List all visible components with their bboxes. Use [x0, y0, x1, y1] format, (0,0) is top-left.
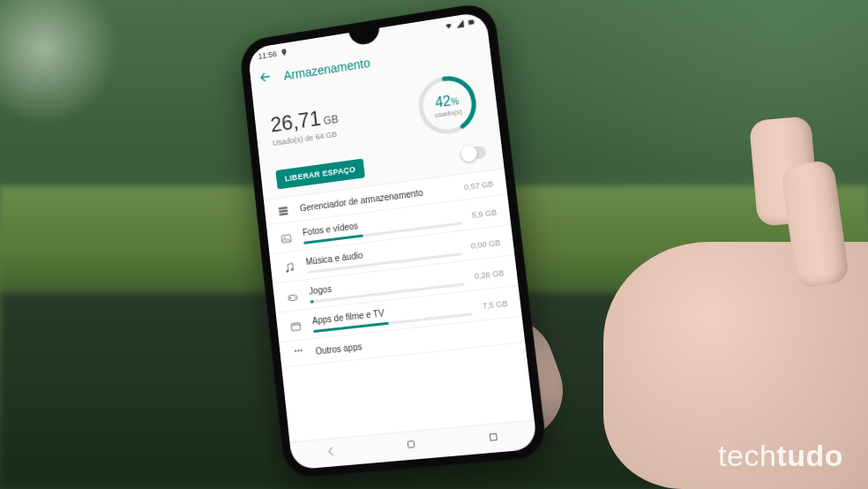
nav-back-icon[interactable]	[324, 444, 337, 461]
back-arrow-icon[interactable]	[258, 69, 273, 87]
svg-rect-0	[468, 19, 474, 25]
svg-rect-5	[279, 209, 288, 213]
row-size: 5,9 GB	[471, 207, 497, 220]
svg-point-13	[296, 297, 296, 297]
row-size: 7,5 GB	[482, 298, 508, 310]
row-size: 0,00 GB	[470, 237, 501, 250]
battery-icon	[467, 17, 476, 28]
svg-point-15	[295, 350, 296, 352]
storage-category-list: Gerenciador de armazenamento 0,57 GB Fot…	[264, 168, 535, 441]
svg-point-12	[294, 296, 295, 297]
apps-icon	[291, 347, 306, 360]
photos-icon	[279, 231, 294, 245]
percent-symbol: %	[450, 96, 459, 107]
nav-home-icon[interactable]	[404, 437, 418, 454]
signal-icon	[455, 19, 465, 30]
used-storage-value: 26,71	[269, 106, 322, 136]
page-title: Armazenamento	[283, 56, 371, 83]
svg-rect-6	[280, 213, 288, 216]
used-storage-unit: GB	[323, 113, 339, 127]
row-size: 0,26 GB	[474, 268, 505, 281]
movies-icon	[288, 320, 303, 333]
percent-value: 42	[434, 93, 452, 109]
svg-rect-18	[408, 440, 415, 448]
wifi-icon	[444, 20, 453, 32]
row-size: 0,57 GB	[464, 179, 494, 192]
smartphone: 11:56 Armazenamento 26,71GB U	[238, 1, 548, 479]
svg-rect-4	[279, 207, 288, 210]
nav-recent-icon[interactable]	[487, 430, 501, 448]
svg-rect-19	[490, 433, 498, 440]
storage-manager-toggle[interactable]	[460, 146, 487, 162]
svg-rect-7	[281, 234, 291, 242]
music-icon	[282, 260, 297, 275]
svg-point-17	[300, 350, 302, 352]
games-icon	[285, 290, 300, 304]
status-time: 11:56	[258, 49, 277, 61]
svg-point-16	[297, 350, 299, 352]
watermark: techtudo	[718, 439, 843, 473]
usage-ring-chart: 42% usado(s)	[411, 68, 483, 142]
svg-point-8	[284, 237, 286, 238]
location-icon	[280, 48, 288, 58]
storage-manager-icon	[276, 204, 291, 218]
